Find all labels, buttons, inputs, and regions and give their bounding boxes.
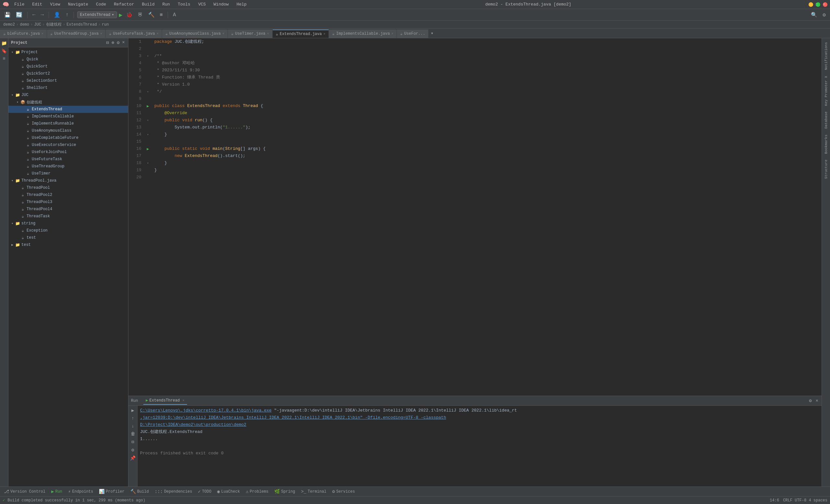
right-sidebar-item-1[interactable]: Key Promoter X — [824, 73, 829, 108]
run-tab-close[interactable]: × — [182, 399, 185, 403]
menu-item-build[interactable]: Build — [141, 1, 156, 7]
menu-item-file[interactable]: File — [13, 1, 26, 7]
collapse-all-button[interactable]: ⊟ — [105, 39, 109, 46]
reload-button[interactable]: 🔄 — [14, 11, 24, 19]
tree-item-9[interactable]: ☕ImplementsCallable — [8, 113, 128, 120]
stop-button[interactable]: ■ — [158, 11, 165, 19]
menu-item-refactor[interactable]: Refactor — [113, 1, 135, 7]
run-config-selector[interactable]: ExtendsThread ▾ — [77, 11, 117, 18]
build-button[interactable]: 🔨 — [147, 11, 156, 19]
bottom-btn-spring[interactable]: 🌿Spring — [272, 488, 298, 496]
debug-button[interactable]: 🐞 — [125, 11, 134, 19]
console-path-link-2[interactable]: D:\Project\IDEA\demo2\out\production\dem… — [140, 422, 247, 427]
tab-close-2[interactable]: × — [157, 32, 159, 36]
menu-item-navigate[interactable]: Navigate — [67, 1, 90, 7]
right-sidebar-item-2[interactable]: Database — [824, 109, 829, 131]
bottom-btn-profiler[interactable]: 📊Profiler — [96, 488, 127, 496]
run-panel-settings[interactable]: ⚙ — [808, 398, 812, 404]
cursor-position[interactable]: 14:6 — [770, 498, 779, 503]
tree-item-6[interactable]: ▾📁JUC — [8, 91, 128, 99]
maximize-button[interactable]: □ — [816, 2, 820, 7]
console-link-1[interactable]: .jar=12039:D:\dev\intelliJ IDEA\Jetbrain… — [140, 415, 446, 420]
editor-tab-3[interactable]: ☕UseAnonymousClass.java× — [162, 30, 228, 38]
bottom-btn-todo[interactable]: ✓TODO — [195, 488, 214, 496]
breadcrumb-item-5[interactable]: run — [102, 22, 109, 27]
tree-item-1[interactable]: ☕Quick — [8, 56, 128, 63]
fold-icon-12[interactable]: ▾ — [147, 118, 149, 122]
console-link-0[interactable]: C:\Users\Lenovo\.jdks\corretto-17.0.4.1\… — [140, 408, 272, 413]
locate-file-button[interactable]: ⊕ — [111, 39, 115, 46]
run-button[interactable]: ▶ — [119, 11, 123, 19]
tree-item-5[interactable]: ☕ShellSort — [8, 84, 128, 91]
bottom-btn-terminal[interactable]: >_Terminal — [298, 488, 329, 496]
tree-item-21[interactable]: ☕ThreadPool3 — [8, 198, 128, 206]
breadcrumb-item-3[interactable]: 创建线程 — [46, 22, 62, 27]
close-button[interactable]: × — [823, 2, 827, 7]
vcs-button[interactable]: ↑ — [64, 11, 70, 19]
bottom-btn-build[interactable]: 🔨Build — [128, 488, 151, 496]
settings-button[interactable]: ⚙ — [821, 11, 827, 19]
bottom-btn-services[interactable]: ⚙Services — [330, 488, 358, 496]
run-gutter-icon-10[interactable]: ▶ — [147, 104, 149, 108]
tree-item-3[interactable]: ☕QuickSort2 — [8, 70, 128, 77]
breadcrumb-item-1[interactable]: demo — [20, 22, 29, 27]
tree-item-12[interactable]: ☕UseCompletableFuture — [8, 134, 128, 141]
tree-item-17[interactable]: ☕UseTimer — [8, 170, 128, 177]
tree-item-23[interactable]: ☕ThreadTask — [8, 213, 128, 220]
panel-settings-button[interactable]: ⚙ — [116, 39, 120, 46]
scroll-down-button[interactable]: ↓ — [131, 423, 134, 430]
back-button[interactable]: ← — [31, 11, 37, 19]
tree-item-22[interactable]: ☕ThreadPool4 — [8, 206, 128, 213]
code-content[interactable]: package JUC.创建线程;​/** * @author 邓哈哈 * 20… — [152, 38, 822, 396]
clear-console-button[interactable]: 🗑 — [130, 431, 136, 437]
user-button[interactable]: 👤 — [52, 11, 62, 19]
project-panel-toggle[interactable]: 📁 — [1, 39, 8, 47]
structure-icon[interactable]: ≡ — [1, 55, 8, 62]
settings-console-button[interactable]: ⚙ — [131, 447, 134, 453]
breadcrumb-item-2[interactable]: JUC — [34, 22, 41, 27]
bookmarks-icon[interactable]: 🔖 — [1, 48, 8, 55]
editor-tab-4[interactable]: ☕UseTimer.java× — [228, 30, 273, 38]
bottom-btn-problems[interactable]: ⚠Problems — [243, 488, 271, 496]
tree-item-24[interactable]: ▾📁string — [8, 220, 128, 227]
tree-item-18[interactable]: ▾📁ThreadPool.java — [8, 177, 128, 184]
tree-item-14[interactable]: ☕UseForkJoinPool — [8, 149, 128, 156]
bottom-btn-run[interactable]: ▶Run — [49, 488, 65, 496]
save-button[interactable]: 💾 — [3, 11, 12, 19]
tree-item-25[interactable]: ☕Exception — [8, 227, 128, 234]
search-button[interactable]: 🔍 — [809, 11, 819, 19]
tab-close-3[interactable]: × — [222, 32, 224, 36]
forward-button[interactable]: → — [39, 11, 46, 19]
minimize-button[interactable]: – — [808, 2, 813, 7]
tab-close-0[interactable]: × — [41, 32, 43, 36]
tree-item-11[interactable]: ☕UseAnonymousClass — [8, 127, 128, 134]
tree-item-27[interactable]: ▶📁test — [8, 241, 128, 248]
bottom-btn-endpoints[interactable]: ⚡Endpoints — [65, 488, 96, 496]
tree-item-10[interactable]: ☕ImplementsRunnable — [8, 120, 128, 127]
tree-item-2[interactable]: ☕QuickSort — [8, 63, 128, 70]
tree-item-4[interactable]: ☕SelectionSort — [8, 77, 128, 84]
editor-tab-5[interactable]: ☕ExtendsThread.java× — [273, 30, 329, 38]
editor-tab-2[interactable]: ☕UseFutureTask.java× — [106, 30, 162, 38]
run-gutter-icon-16[interactable]: ▶ — [147, 147, 149, 152]
encoding-info[interactable]: CRLF UTF-8 4 spaces — [783, 498, 827, 503]
menu-item-tools[interactable]: Tools — [177, 1, 192, 7]
menu-item-window[interactable]: Window — [212, 1, 230, 7]
scroll-up-button[interactable]: ↑ — [131, 415, 134, 421]
tree-item-20[interactable]: ☕ThreadPool2 — [8, 191, 128, 198]
translate-button[interactable]: A — [171, 11, 178, 19]
menu-item-help[interactable]: Help — [235, 1, 248, 7]
right-sidebar-item-4[interactable]: Structure — [824, 157, 829, 181]
fold-icon-3[interactable]: ▾ — [147, 54, 149, 58]
pin-console-button[interactable]: 📌 — [129, 455, 136, 462]
right-sidebar-item-3[interactable]: Bookmarks — [824, 132, 829, 156]
run-again-button[interactable]: ▶ — [131, 407, 134, 414]
tree-item-26[interactable]: ☕test — [8, 234, 128, 241]
tree-item-7[interactable]: ▾📦创建线程 — [8, 99, 128, 106]
run-panel-close[interactable]: × — [815, 398, 819, 404]
fold-end-icon-14[interactable]: ▾ — [147, 133, 149, 136]
tree-item-15[interactable]: ☕UseFutureTask — [8, 156, 128, 163]
breadcrumb-item-0[interactable]: demo2 — [3, 22, 15, 27]
menu-item-code[interactable]: Code — [95, 1, 107, 7]
tab-close-1[interactable]: × — [100, 32, 102, 36]
